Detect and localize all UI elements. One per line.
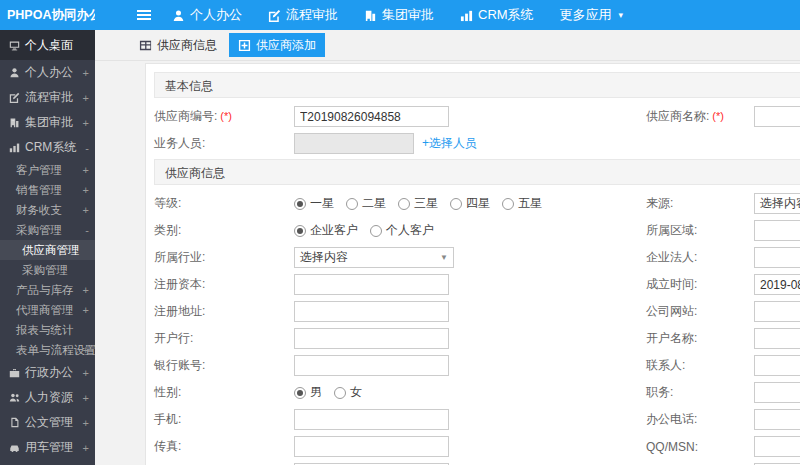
topbar-menu-personal-office[interactable]: 个人办公 — [159, 0, 255, 30]
field-label: 注册地址: — [154, 303, 294, 320]
sidebar-item-label: 人力资源 — [25, 389, 73, 406]
level-radio-二星[interactable]: 二星 — [346, 195, 386, 212]
sidebar-item-group-approval[interactable]: 集团审批+ — [0, 110, 95, 135]
company-website-input[interactable] — [754, 301, 800, 322]
radio-label: 五星 — [518, 195, 542, 212]
sidebar-item-sales-mgmt[interactable]: 销售管理+ — [0, 180, 95, 200]
industry-select[interactable]: 选择内容▼ — [294, 247, 454, 268]
sidebar-item-purchase-mgmt[interactable]: 采购管理- — [0, 220, 95, 240]
level-radio-一星[interactable]: 一星 — [294, 195, 334, 212]
radio-label: 三星 — [414, 195, 438, 212]
account-name-input[interactable] — [754, 328, 800, 349]
group-icon — [364, 9, 377, 22]
crm-icon — [460, 9, 473, 22]
user-icon — [9, 67, 20, 78]
level-radio-三星[interactable]: 三星 — [398, 195, 438, 212]
source-select[interactable]: 选择内容▼ — [754, 193, 800, 214]
sidebar-item-label: 代理商管理 — [16, 303, 74, 318]
field-label: 手机: — [154, 411, 294, 428]
sidebar-item-archive-mgmt[interactable]: 档案管理+ — [0, 460, 95, 465]
form-row: 供应商编号:(*)供应商名称:(*) — [154, 103, 800, 130]
sidebar-item-customer-mgmt[interactable]: 客户管理+ — [0, 160, 95, 180]
gender-radio-女[interactable]: 女 — [334, 384, 362, 401]
category-radio-个人客户[interactable]: 个人客户 — [370, 222, 434, 239]
users-icon — [9, 392, 20, 403]
topbar-menu-more-apps[interactable]: 更多应用▾ — [547, 0, 637, 30]
form-row: 手机:办公电话: — [154, 406, 800, 433]
legal-person-input[interactable] — [754, 247, 800, 268]
supplier-name-input[interactable] — [754, 106, 800, 127]
sidebar-item-hr[interactable]: 人力资源+ — [0, 385, 95, 410]
expand-plus-icon: + — [83, 367, 89, 379]
sidebar-item-purchase-mgmt-sub[interactable]: 采购管理 — [0, 260, 95, 280]
level-radio-四星[interactable]: 四星 — [450, 195, 490, 212]
field-label: 所属区域: — [646, 222, 754, 239]
topbar-menu-crm-system[interactable]: CRM系统 — [447, 0, 547, 30]
field-label: 联系人: — [646, 357, 754, 374]
form-field-registered-address: 注册地址: — [154, 301, 646, 322]
registered-address-input[interactable] — [294, 301, 449, 322]
gender-radio-男[interactable]: 男 — [294, 384, 322, 401]
bank-input[interactable] — [294, 328, 449, 349]
section-title: 基本信息 — [154, 72, 800, 98]
field-label: 供应商名称:(*) — [646, 108, 754, 125]
founded-date-input[interactable] — [754, 274, 800, 295]
radio-icon — [346, 198, 358, 210]
form-field-business-person: 业务人员:+选择人员 — [154, 133, 646, 154]
select-value: 选择内容 — [300, 249, 348, 266]
form-field-gender: 性别:男女 — [154, 384, 646, 401]
sidebar-item-supplier-mgmt[interactable]: 供应商管理 — [0, 240, 95, 260]
menu-icon — [137, 8, 151, 22]
user-icon — [172, 9, 185, 22]
expand-plus-icon: + — [83, 344, 89, 356]
fax-input[interactable] — [294, 436, 449, 457]
add-icon — [238, 39, 251, 52]
sidebar-item-flow-approval[interactable]: 流程审批+ — [0, 85, 95, 110]
level-radio-五星[interactable]: 五星 — [502, 195, 542, 212]
sidebar-item-agent-mgmt[interactable]: 代理商管理+ — [0, 300, 95, 320]
sidebar-item-admin-office[interactable]: 行政办公+ — [0, 360, 95, 385]
expand-plus-icon: + — [83, 417, 89, 429]
tab-supplier-info[interactable]: 供应商信息 — [130, 33, 226, 57]
sidebar-item-doc-mgmt[interactable]: 公文管理+ — [0, 410, 95, 435]
registered-capital-input[interactable] — [294, 274, 449, 295]
field-label: 职务: — [646, 384, 754, 401]
position-input[interactable] — [754, 382, 800, 403]
business-person-input[interactable] — [294, 133, 414, 154]
field-label: QQ/MSN: — [646, 440, 754, 454]
form-row: 开户行:开户名称: — [154, 325, 800, 352]
sidebar-item-personal-desktop[interactable]: 个人桌面 — [0, 30, 95, 60]
sidebar-item-product-inventory[interactable]: 产品与库存+ — [0, 280, 95, 300]
tabstrip: 供应商信息供应商添加 — [95, 30, 800, 61]
supplier-code-input[interactable] — [294, 106, 449, 127]
topbar-menu-group-approval[interactable]: 集团审批 — [351, 0, 447, 30]
tab-supplier-add[interactable]: 供应商添加 — [229, 33, 325, 57]
radio-label: 女 — [350, 384, 362, 401]
contact-person-input[interactable] — [754, 355, 800, 376]
topbar-menu-flow-approval[interactable]: 流程审批 — [255, 0, 351, 30]
sidebar-item-personal-office[interactable]: 个人办公+ — [0, 60, 95, 85]
form-field-region: 所属区域: — [646, 220, 800, 241]
sidebar-item-form-flow-settings[interactable]: 表单与流程设置+ — [0, 340, 95, 360]
business-person-link[interactable]: +选择人员 — [422, 135, 477, 152]
form-row: 类别:企业客户个人客户所属区域: — [154, 217, 800, 244]
briefcase-icon — [9, 367, 20, 378]
sidebar-item-finance[interactable]: 财务收支+ — [0, 200, 95, 220]
main-content: 供应商信息供应商添加 基本信息供应商编号:(*)供应商名称:(*)业务人员:+选… — [95, 30, 800, 465]
category-radio-企业客户[interactable]: 企业客户 — [294, 222, 358, 239]
menu-toggle-button[interactable] — [129, 0, 159, 30]
sidebar-item-label: 公文管理 — [25, 414, 73, 431]
office-phone-input[interactable] — [754, 409, 800, 430]
field-label: 性别: — [154, 384, 294, 401]
expand-plus-icon: + — [83, 284, 89, 296]
category-radio-group: 企业客户个人客户 — [294, 222, 434, 239]
qq-msn-input[interactable] — [754, 436, 800, 457]
region-input[interactable] — [754, 220, 800, 241]
sidebar-item-reports-stats[interactable]: 报表与统计 — [0, 320, 95, 340]
topbar-menu-label: 流程审批 — [286, 6, 338, 24]
doc-icon — [9, 417, 20, 428]
bank-account-input[interactable] — [294, 355, 449, 376]
sidebar-item-crm-system[interactable]: CRM系统- — [0, 135, 95, 160]
mobile-input[interactable] — [294, 409, 449, 430]
sidebar-item-vehicle-mgmt[interactable]: 用车管理+ — [0, 435, 95, 460]
